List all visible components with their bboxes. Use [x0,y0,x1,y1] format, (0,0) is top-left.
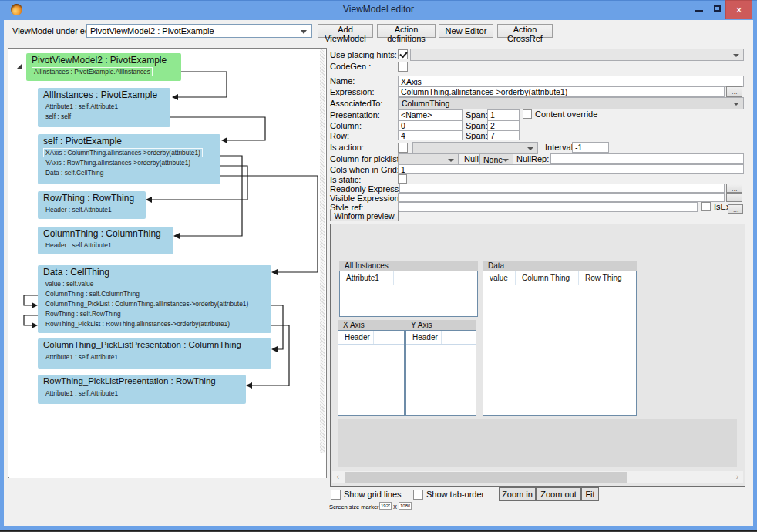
style-ref-more-button[interactable]: ... [728,204,743,214]
window-title: ViewModel editor [0,4,757,15]
row-label: Row: [330,131,349,140]
associated-to-dropdown[interactable]: ColumnThing [398,97,744,109]
tree-node-root[interactable]: PivotViewModel2 : PivotExample AllInstan… [26,53,181,81]
tree-node-title: RowThing : RowThing [38,191,146,205]
screen-width-input[interactable] [379,502,392,510]
winform-preview-panel[interactable]: All Instances Attribute1 Data value Colu… [330,224,745,487]
tree-expander-icon[interactable] [16,63,22,69]
show-grid-lines-checkbox[interactable] [331,490,341,500]
placing-hints-dropdown[interactable] [410,49,744,61]
attribute-properties-panel: Use placing hints: CodeGen : Name: Expre… [330,48,745,224]
viewmodel-editor-window: ViewModel editor ✕ ViewModel under edit:… [0,0,757,530]
grid-column-header[interactable]: value [483,271,516,285]
presentation-input[interactable] [398,109,463,120]
y-axis-grid[interactable]: Header [405,330,476,416]
cols-when-in-grid-input[interactable] [398,164,744,174]
presentation-label: Presentation: [330,110,380,120]
is-action-dropdown[interactable] [412,142,538,154]
column-for-picklist-label: Column for picklist: [330,154,402,163]
minimize-button[interactable] [691,0,708,19]
name-input[interactable] [398,76,744,87]
new-editor-button[interactable]: New Editor [439,24,493,38]
screen: ViewModel editor ✕ ViewModel under edit:… [0,0,757,532]
tree-node-columnthing[interactable]: ColumnThing : ColumnThing Header : self.… [38,227,173,254]
tree-node-attr[interactable]: XAxis : ColumnThing.allinstances->orderb… [38,148,220,158]
codegen-checkbox[interactable] [398,62,408,72]
screen-height-input[interactable] [399,502,412,510]
tree-node-attr[interactable]: Attribute1 : self.Attribute1 [38,352,271,362]
tree-node-rowthing[interactable]: RowThing : RowThing Header : self.Attrib… [38,191,146,219]
tree-node-attr[interactable]: self : self [38,112,170,122]
close-button[interactable]: ✕ [725,0,752,19]
tree-node-attr[interactable]: Attribute1 : self.Attribute1 [38,389,246,399]
add-viewmodel-button[interactable]: Add ViewModel [318,24,373,38]
isexp-checkbox[interactable] [701,202,711,211]
viewmodel-select-combobox[interactable]: PivotViewModel2 : PivotExample [86,24,312,38]
viewmodel-tree-panel[interactable]: PivotViewModel2 : PivotExample AllInstan… [8,48,327,478]
winform-preview-button[interactable]: Winform preview [330,210,399,221]
presentation-span-input[interactable] [487,109,520,120]
grid-column-header-empty [442,331,476,344]
interval-input[interactable] [572,142,609,153]
expression-more-button[interactable]: ... [726,86,742,97]
column-span-input[interactable] [487,120,520,130]
grid-column-header[interactable]: Header [406,331,442,344]
fit-button[interactable]: Fit [581,487,599,501]
tree-node-attr[interactable]: RowThing : self.RowThing [38,309,271,319]
row-input[interactable] [398,130,463,140]
tree-node-attr[interactable]: value : self.value [38,279,271,289]
title-bar[interactable]: ViewModel editor ✕ [0,0,757,20]
scroll-left-icon[interactable]: ‹ [332,471,344,483]
use-placing-hints-checkbox[interactable] [398,49,408,59]
is-action-checkbox[interactable] [398,143,408,153]
visible-expression-more-button[interactable]: ... [726,193,742,202]
style-ref-input[interactable] [398,202,698,212]
scroll-right-icon[interactable]: › [732,471,743,483]
column-input[interactable] [398,120,463,130]
tree-node-rowthing-picklistpresentation[interactable]: RowThing_PickListPresentation : RowThing… [38,375,246,404]
maximize-button[interactable] [709,0,726,19]
tree-node-attr[interactable]: RowThing_PickList : RowThing.allInstance… [38,319,271,329]
grid-column-header[interactable]: Column Thing [516,271,579,285]
nullrep-input[interactable] [550,153,744,164]
grid-column-header[interactable]: Header [338,331,374,344]
tree-node-attr[interactable]: ColumnThing_PickList : ColumnThing.allIn… [38,299,271,309]
tree-node-attr[interactable]: ColumnThing : self.ColumnThing [38,289,271,299]
grid-column-header[interactable]: Attribute1 [340,271,394,285]
tree-node-attr[interactable]: AllInstances : PivotExample.AllInstances [26,67,181,77]
content-override-checkbox[interactable] [523,109,532,119]
group-caption-all-instances: All Instances [339,261,478,271]
tree-node-columnthing-picklistpresentation[interactable]: ColumnThing_PickListPresentation : Colum… [38,338,271,369]
tree-node-attr[interactable]: YAxis : RowThing.allinstances->orderby(a… [38,158,220,168]
tree-node-attr[interactable]: Header : self.Attribute1 [38,241,173,251]
tree-node-self[interactable]: self : PivotExample XAxis : ColumnThing.… [38,134,220,184]
tree-node-allinstances[interactable]: AllInstances : PivotExample Attribute1 :… [38,88,170,127]
screen-size-marker-label: Screen size marker [329,503,379,510]
x-axis-grid[interactable]: Header [338,330,405,416]
scrollbar-thumb[interactable] [345,472,627,483]
tree-node-attr[interactable]: Attribute1 : self.Attribute1 [38,102,170,112]
tree-node-attr[interactable]: Data : self.CellThing [38,168,220,178]
data-grid[interactable]: value Column Thing Row Thing [483,271,637,416]
action-definitions-button[interactable]: Action definitions [377,24,436,38]
visible-expression-input[interactable] [398,193,725,202]
grid-column-header[interactable]: Row Thing [579,271,636,285]
presentation-span-label: Span: [466,110,488,120]
readonly-expression-input[interactable] [399,184,725,193]
readonly-expression-more-button[interactable]: ... [726,184,742,193]
is-static-checkbox[interactable] [398,174,407,184]
tree-node-data[interactable]: Data : CellThing value : self.value Colu… [38,265,271,333]
group-caption-x-axis: X Axis [338,320,405,330]
is-action-label: Is action: [330,143,364,152]
tree-node-attr[interactable]: Header : self.Attribute1 [38,205,146,215]
all-instances-grid[interactable]: Attribute1 [339,271,478,317]
action-crossref-button[interactable]: Action CrossRef [497,24,553,38]
show-tab-order-checkbox[interactable] [413,490,423,500]
zoom-out-button[interactable]: Zoom out [536,487,581,501]
preview-horizontal-scrollbar[interactable]: ‹ › [332,471,743,483]
expression-input[interactable] [398,86,725,97]
tree-vertical-scrollbar[interactable] [320,49,325,470]
zoom-in-button[interactable]: Zoom in [499,487,536,501]
row-span-input[interactable] [487,130,520,140]
use-placing-hints-label: Use placing hints: [330,50,397,59]
